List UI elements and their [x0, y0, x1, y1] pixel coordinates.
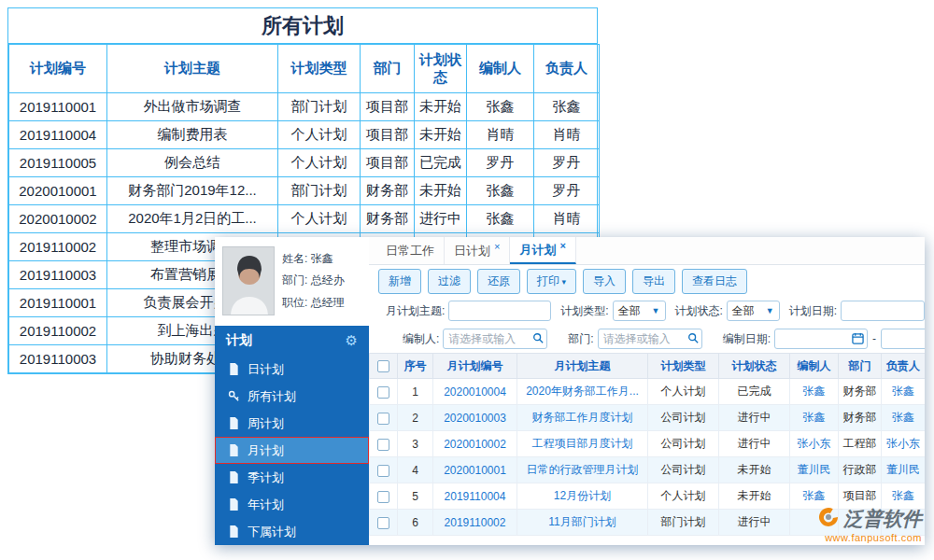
compile-date-end-input[interactable] [881, 329, 925, 349]
cell-subject-link[interactable]: 财务部工作月度计划 [532, 411, 633, 424]
column-header: 编制人 [790, 354, 839, 379]
sidebar-item-yearly-plan[interactable]: 年计划 [215, 491, 369, 518]
print-button[interactable]: 打印 ▾ [527, 269, 576, 294]
import-button[interactable]: 导入 [583, 269, 626, 294]
cell-code-link[interactable]: 2020010002 [444, 438, 506, 451]
add-button[interactable]: 新增 [378, 269, 421, 294]
sidebar-item-label: 周计划 [248, 415, 284, 432]
cell-compiler-link[interactable]: 张鑫 [803, 489, 826, 502]
search-icon[interactable] [687, 332, 699, 343]
checkbox-cell [370, 483, 398, 510]
table-row: 2020010001财务部门2019年12...部门计划财务部未开始张鑫罗丹 [9, 177, 600, 205]
cell-type: 个人计划 [648, 379, 719, 405]
table-cell: 2019110002 [9, 317, 107, 345]
status-filter-value: 全部 [732, 303, 755, 319]
cell-compiler-link[interactable]: 张鑫 [803, 385, 826, 398]
table-cell: 2019110003 [9, 261, 107, 289]
cell-subject-link[interactable]: 11月部门计划 [548, 515, 616, 528]
cell-subject: 日常的行政管理月计划 [517, 457, 648, 483]
view-log-button[interactable]: 查看日志 [682, 269, 747, 294]
status-filter-select[interactable]: 全部 ▼ [727, 301, 780, 321]
key-icon [227, 390, 240, 402]
search-icon[interactable] [532, 332, 544, 343]
checkbox[interactable] [377, 413, 389, 425]
cell-no: 6 [398, 510, 433, 536]
cell-no: 4 [398, 457, 433, 483]
checkbox-cell [370, 379, 398, 405]
cell-owner-link[interactable]: 董川民 [886, 463, 920, 476]
subject-filter-label: 月计划主题: [386, 303, 445, 319]
column-header: 月计划编号 [433, 354, 517, 379]
checkbox[interactable] [377, 491, 389, 503]
sidebar-item-label: 月计划 [248, 442, 284, 459]
table-cell: 项目部 [361, 149, 415, 177]
cell-subject-link[interactable]: 2020年财务部工作月... [526, 385, 639, 398]
cell-subject-link[interactable]: 工程项目部月度计划 [532, 437, 633, 450]
cell-compiler: 张小东 [790, 431, 839, 457]
calendar-icon[interactable] [852, 332, 864, 344]
tab-daily-work[interactable]: 日常工作 [376, 237, 445, 264]
cell-compiler-link[interactable]: 董川民 [798, 463, 831, 476]
subject-filter-input[interactable] [448, 301, 551, 321]
table-cell: 2020年1月2日的工... [107, 205, 278, 233]
checkbox[interactable] [377, 517, 389, 529]
close-icon[interactable]: × [559, 240, 565, 251]
cell-subject: 11月部门计划 [517, 510, 648, 536]
cell-code-link[interactable]: 2019110002 [445, 516, 506, 529]
sidebar-item-all-plans[interactable]: 所有计划 [215, 383, 369, 410]
sidebar-item-label: 日计划 [248, 361, 284, 378]
cell-compiler-link[interactable]: 张小东 [798, 437, 831, 450]
sidebar-item-weekly-plan[interactable]: 周计划 [215, 410, 369, 437]
cell-code-link[interactable]: 2020010003 [444, 412, 506, 425]
close-icon[interactable]: × [494, 241, 500, 252]
compile-date-filter-label: 编制日期: [723, 331, 771, 347]
checkbox[interactable] [377, 360, 389, 372]
tab-daily-plan[interactable]: 日计划× [445, 237, 510, 264]
table-cell: 未开始 [415, 177, 467, 205]
type-filter-select[interactable]: 全部 ▼ [613, 301, 666, 321]
cell-code-link[interactable]: 2019110004 [445, 490, 506, 503]
tab-bar: 日常工作日计划×月计划× [369, 237, 925, 265]
column-header: 计划编号 [9, 45, 107, 93]
sidebar-item-subordinate-plans[interactable]: 下属计划 [215, 518, 369, 545]
checkbox[interactable] [377, 465, 389, 477]
table-cell: 例会总结 [107, 149, 278, 177]
cell-code-link[interactable]: 2020010004 [444, 385, 506, 399]
reset-button[interactable]: 还原 [477, 269, 520, 294]
cell-owner: 张小东 [882, 431, 926, 457]
gear-icon[interactable]: ⚙ [346, 332, 358, 349]
cell-subject-link[interactable]: 12月份计划 [554, 489, 611, 502]
sidebar-item-label: 季计划 [248, 469, 284, 486]
sidebar-item-daily-plan[interactable]: 日计划 [215, 356, 369, 383]
cell-subject-link[interactable]: 日常的行政管理月计划 [527, 463, 639, 476]
checkbox-cell [370, 457, 398, 483]
cell-owner-link[interactable]: 张鑫 [892, 489, 914, 502]
cell-owner-link[interactable]: 张鑫 [892, 385, 914, 398]
cell-status: 进行中 [719, 405, 790, 431]
plan-row: 32020010002工程项目部月度计划公司计划进行中张小东工程部张小东 [370, 431, 926, 457]
checkbox[interactable] [377, 386, 389, 399]
cell-owner-link[interactable]: 张鑫 [892, 411, 914, 424]
cell-type: 公司计划 [648, 405, 719, 431]
cell-status: 未开始 [719, 457, 790, 483]
cell-owner-link[interactable]: 张小东 [886, 437, 920, 450]
sidebar-menu: 日计划所有计划周计划月计划季计划年计划下属计划 [215, 356, 369, 545]
sidebar-item-quarterly-plan[interactable]: 季计划 [215, 464, 369, 491]
plan-date-filter-label: 计划日期: [789, 303, 837, 319]
fanpu-logo-icon [817, 506, 840, 532]
cell-code-link[interactable]: 2020010001 [444, 464, 506, 477]
filter-button[interactable]: 过滤 [428, 269, 471, 294]
table-cell: 财务部门2019年12... [107, 177, 278, 205]
tab-monthly-plan[interactable]: 月计划× [510, 237, 575, 264]
cell-compiler-link[interactable]: 张鑫 [803, 411, 826, 424]
sidebar-item-monthly-plan[interactable]: 月计划 [215, 437, 369, 464]
export-button[interactable]: 导出 [632, 269, 675, 294]
table-cell: 个人计划 [278, 205, 361, 233]
checkbox[interactable] [377, 439, 389, 451]
avatar [222, 246, 275, 315]
table-cell: 已完成 [415, 149, 467, 177]
cell-no: 2 [398, 405, 433, 431]
table-cell: 2019110003 [9, 345, 107, 373]
table-cell: 未开始 [415, 121, 467, 149]
plan-date-filter-input[interactable] [841, 301, 925, 321]
